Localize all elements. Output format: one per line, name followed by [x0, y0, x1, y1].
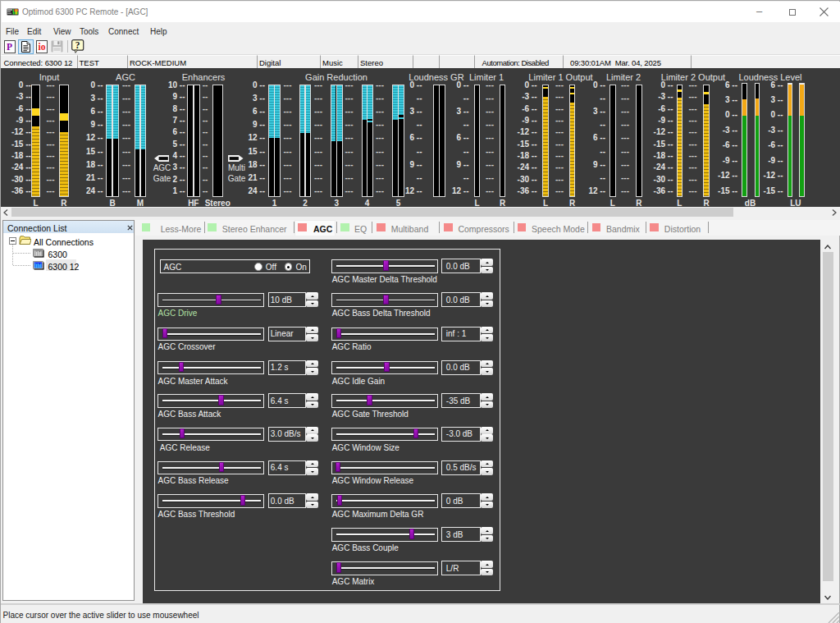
- svg-text:?: ?: [75, 40, 80, 50]
